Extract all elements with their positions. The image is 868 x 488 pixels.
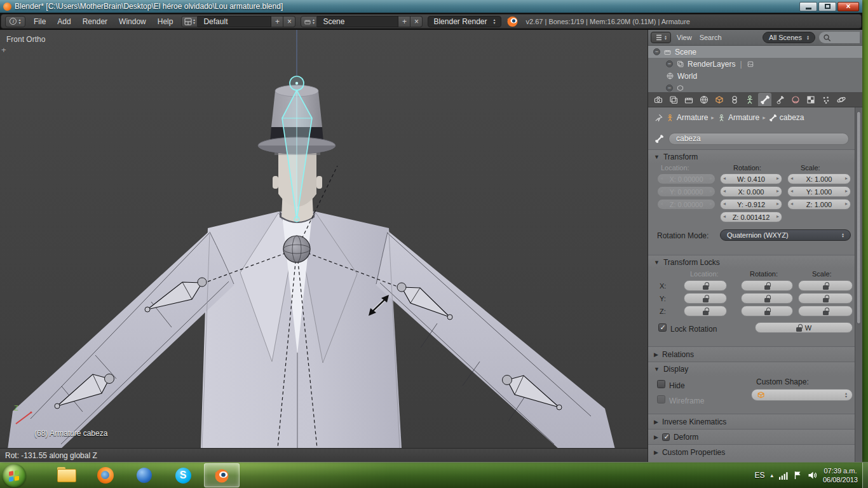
region-expand-icon[interactable]: + — [1, 45, 6, 55]
hide-checkbox[interactable] — [657, 380, 665, 388]
viewport-header[interactable]: Rot: -131.55 along global Z — [0, 448, 648, 462]
collapse-icon[interactable]: − — [666, 85, 673, 92]
panel-relations-header[interactable]: ▶ Relations — [648, 346, 855, 362]
titlebar[interactable]: Blender* [C:\Users\MotherBrain\Desktop\E… — [0, 0, 862, 13]
outliner-display-filter[interactable]: All Scenes ▴▾ — [763, 32, 815, 43]
lock-scale-z-button[interactable] — [798, 306, 853, 316]
taskbar-blender-button[interactable] — [204, 463, 240, 487]
minimize-button[interactable] — [799, 2, 817, 11]
panel-display-header[interactable]: ▼ Display — [648, 362, 855, 376]
panel-transform-header[interactable]: ▼ Transform — [648, 149, 855, 163]
tab-world[interactable] — [697, 93, 710, 106]
pin-icon[interactable] — [654, 114, 663, 122]
tab-texture[interactable] — [804, 93, 817, 106]
world-icon — [699, 95, 709, 105]
breadcrumb-object[interactable]: Armature — [666, 113, 708, 122]
outliner-view-menu[interactable]: View — [675, 34, 694, 41]
tab-render-layers[interactable] — [667, 93, 680, 106]
screen-layout-field[interactable]: Default — [198, 16, 271, 27]
volume-icon[interactable] — [808, 471, 817, 480]
lock-rotation-y-button[interactable] — [741, 293, 793, 304]
panel-custom-properties-header[interactable]: ▶ Custom Properties — [648, 444, 855, 459]
rotation-z-field[interactable]: Z: 0.001412 — [720, 212, 782, 222]
custom-shape-field[interactable]: ▴▾ — [751, 389, 853, 401]
properties-scrollbar[interactable] — [855, 107, 862, 462]
tab-render[interactable] — [651, 93, 665, 106]
taskbar-skype-button[interactable] — [165, 463, 201, 487]
scrollbar-thumb[interactable] — [857, 111, 861, 324]
tab-physics[interactable] — [834, 93, 848, 106]
hidden-icons-arrow[interactable]: ▴ — [770, 472, 773, 478]
add-screen-button[interactable]: + — [271, 16, 283, 27]
taskbar-firefox-button[interactable] — [88, 463, 123, 487]
tab-constraints[interactable] — [728, 93, 741, 106]
collapse-icon[interactable]: − — [666, 60, 673, 67]
lock-location-z-button[interactable] — [684, 306, 727, 316]
outliner-item-scene[interactable]: − Scene — [648, 46, 862, 58]
taskbar-explorer-button[interactable] — [49, 463, 85, 487]
rotation-x-field[interactable]: X: 0.000 — [720, 186, 782, 197]
menu-render[interactable]: Render — [79, 17, 111, 26]
render-engine-select[interactable]: Blender Render ▴▾ — [428, 16, 501, 27]
rotation-y-field[interactable]: Y: -0.912 — [720, 199, 782, 210]
browse-screens-button[interactable]: ▴▾ — [181, 16, 198, 27]
tab-bone[interactable] — [758, 93, 771, 106]
editor-type-button[interactable]: i ▴▾ — [5, 16, 25, 27]
network-icon[interactable] — [779, 471, 788, 480]
lock-scale-y-button[interactable] — [798, 293, 853, 304]
scene-name-field[interactable]: Scene — [317, 16, 398, 27]
rotation-w-field[interactable]: W: 0.410 — [720, 173, 782, 184]
menu-file[interactable]: File — [31, 17, 49, 26]
close-button[interactable]: × — [837, 2, 859, 11]
tab-material[interactable] — [789, 93, 802, 106]
outliner-editor-type-button[interactable]: ▴▾ — [651, 32, 671, 43]
show-desktop-button[interactable] — [862, 463, 868, 488]
lock-rotation-z-button[interactable] — [741, 306, 793, 316]
chevron-updown-icon: ▴▾ — [665, 35, 667, 41]
collapse-icon[interactable]: − — [653, 48, 660, 55]
start-button[interactable] — [3, 464, 26, 487]
outliner-search-menu[interactable]: Search — [698, 34, 724, 41]
tab-object[interactable] — [712, 93, 726, 106]
rotation-mode-select[interactable]: Quaternion (WXYZ) ▴▾ — [720, 229, 851, 241]
panel-deform-header[interactable]: ▶ Deform — [648, 429, 855, 444]
lock-location-y-button[interactable] — [684, 293, 727, 304]
lock-location-x-button[interactable] — [684, 280, 727, 291]
delete-screen-button[interactable]: × — [283, 16, 295, 27]
language-indicator[interactable]: ES — [754, 471, 764, 480]
lock-scale-x-button[interactable] — [798, 280, 853, 291]
tab-scene[interactable] — [682, 93, 695, 106]
tab-armature-data[interactable] — [743, 93, 756, 106]
lock-rotation-checkbox[interactable] — [658, 323, 667, 332]
tab-bone-constraints[interactable] — [773, 93, 787, 106]
panel-inverse-kinematics-header[interactable]: ▶ Inverse Kinematics — [648, 414, 855, 429]
scale-z-field[interactable]: Z: 1.000 — [787, 199, 851, 210]
scale-x-field[interactable]: X: 1.000 — [787, 173, 851, 184]
taskbar-blue-app-button[interactable] — [126, 463, 162, 487]
properties-editor: Armature ▸ Armature ▸ cabeza cabeza — [648, 92, 862, 462]
bone-name-field[interactable]: cabeza — [668, 133, 849, 145]
breadcrumb-armature-data[interactable]: Armature — [717, 113, 759, 122]
menu-window[interactable]: Window — [116, 17, 149, 26]
menu-add[interactable]: Add — [54, 17, 74, 26]
lock-rotation-w-button[interactable]: W — [755, 322, 853, 333]
clock[interactable]: 07:39 a.m. 06/08/2013 — [823, 466, 858, 484]
scale-y-field[interactable]: Y: 1.000 — [787, 186, 851, 197]
outliner-search-field[interactable] — [819, 32, 860, 43]
add-scene-button[interactable]: + — [398, 16, 410, 27]
menu-help[interactable]: Help — [154, 17, 177, 26]
outliner-item-world[interactable]: World — [648, 70, 862, 82]
maximize-button[interactable] — [818, 2, 836, 11]
browse-scenes-button[interactable]: ▴▾ — [301, 16, 317, 27]
tab-particles[interactable] — [819, 93, 832, 106]
breadcrumb-bone[interactable]: cabeza — [769, 113, 804, 122]
lock-rotation-x-button[interactable] — [741, 280, 793, 291]
outliner-item-renderlayers[interactable]: − RenderLayers | — [648, 58, 862, 70]
deform-checkbox[interactable] — [662, 433, 670, 441]
wireframe-checkbox[interactable] — [657, 395, 665, 403]
outliner-item-partial[interactable]: − — [648, 82, 862, 92]
delete-scene-button[interactable]: × — [410, 16, 423, 27]
action-center-flag-icon[interactable] — [794, 471, 802, 480]
panel-transform-locks-header[interactable]: ▼ Transform Locks — [648, 255, 855, 269]
3d-viewport[interactable]: Z Front Ortho + (68) Armature cabeza — [0, 30, 648, 448]
